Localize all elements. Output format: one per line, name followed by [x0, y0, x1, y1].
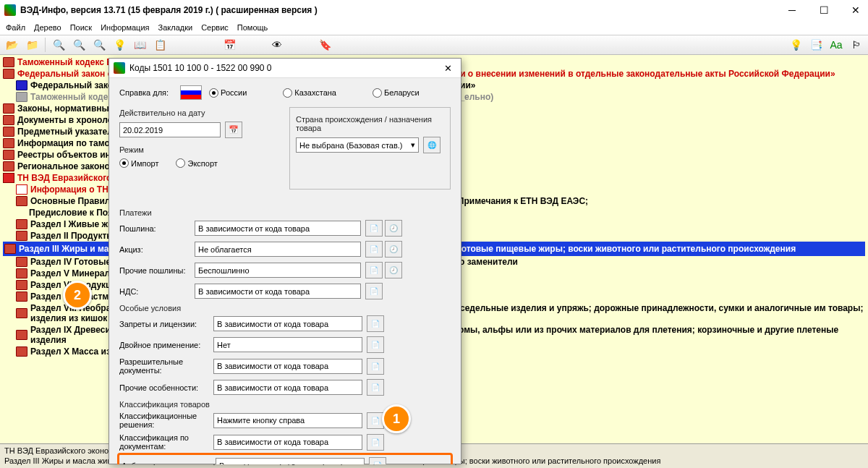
c4-label: Прочие особенности: — [119, 383, 213, 392]
dialog-icon — [114, 62, 125, 74]
vat-value: В зависимости от кода товара — [195, 284, 361, 299]
tool-flag-icon[interactable]: 🏳 — [849, 38, 864, 52]
menu-service[interactable]: Сервис — [201, 23, 229, 32]
tool-list-icon[interactable]: 📋 — [153, 38, 167, 52]
duty-next-button[interactable]: 🕗 — [385, 220, 402, 237]
flag-russia-icon — [180, 85, 202, 100]
annotation-2: 2 — [63, 281, 92, 310]
c1-value: В зависимости от кода товара — [213, 316, 362, 331]
app-icon — [4, 4, 16, 16]
radio-kazakhstan[interactable]: Казахстана — [283, 88, 336, 98]
tool-open-icon[interactable]: 📁 — [25, 38, 39, 52]
arbitration-highlight: Арбитражная практикаВ зависимости от код… — [117, 453, 453, 464]
dialog-close-button[interactable]: ✕ — [439, 61, 456, 75]
calendar-button[interactable]: 📅 — [225, 122, 242, 138]
duty-value: В зависимости от кода товара — [195, 221, 361, 236]
other-duties-label: Прочие пошлины: — [119, 266, 195, 275]
tool-zoom-in-icon[interactable]: 🔍 — [72, 38, 86, 52]
origin-country-label: Страна происхождения / назначения товара — [296, 115, 444, 132]
tool-notes-icon[interactable]: 📑 — [809, 38, 823, 52]
other-next-button[interactable]: 🕗 — [385, 262, 402, 278]
tool-zoom-icon[interactable]: 🔍 — [92, 38, 106, 52]
mode-label: Режим — [119, 145, 281, 154]
window-title: ВЭД-Инфо, версия 13.71 (15 февраля 2019 … — [20, 5, 784, 15]
c2-label: Двойное применение: — [119, 341, 213, 349]
radio-belarus[interactable]: Беларуси — [373, 88, 420, 98]
ref-for-label: Справка для: — [119, 88, 173, 97]
globe-button[interactable]: 🌐 — [423, 137, 441, 153]
payments-title: Платежи — [119, 208, 451, 217]
menu-search[interactable]: Поиск — [70, 23, 92, 32]
conditions-title: Особые условия — [119, 304, 451, 312]
excise-next-button[interactable]: 🕗 — [385, 241, 402, 258]
menu-file[interactable]: Файл — [6, 23, 25, 32]
tool-eye-icon[interactable]: 👁 — [270, 38, 284, 52]
k3-label: Арбитражная практика — [122, 461, 216, 465]
menu-info[interactable]: Информация — [101, 23, 149, 32]
origin-select[interactable]: Не выбрана (Базовая став.)▾ — [296, 137, 419, 153]
maximize-button[interactable]: ☐ — [816, 2, 832, 18]
codes-dialog: Коды 1501 10 100 0 - 1522 00 990 0 ✕ Спр… — [109, 58, 461, 464]
c1-button[interactable]: 📄 — [367, 315, 384, 332]
tool-font-icon[interactable]: Aа — [829, 38, 843, 52]
k2-value: В зависимости от кода товара — [213, 435, 362, 450]
minimize-button[interactable]: ─ — [784, 2, 800, 18]
k3-button[interactable]: 📄 — [369, 457, 386, 464]
k1-value: Нажмите кнопку справа — [213, 413, 362, 428]
vat-label: НДС: — [119, 287, 195, 296]
excise-label: Акциз: — [119, 245, 195, 254]
c3-button[interactable]: 📄 — [367, 358, 384, 375]
tool-bulb-icon[interactable]: 💡 — [788, 38, 803, 52]
tool-book-icon[interactable]: 📖 — [132, 38, 147, 52]
annotation-1: 1 — [382, 404, 411, 433]
vat-info-button[interactable]: 📄 — [365, 283, 383, 299]
tree-item[interactable]: Предметный указатель — [17, 127, 118, 137]
c4-button[interactable]: 📄 — [367, 379, 384, 396]
tool-zoom-out-icon[interactable]: 🔍 — [51, 38, 66, 52]
duty-label: Пошлина: — [119, 224, 195, 233]
c4-value: В зависимости от кода товара — [213, 380, 362, 395]
tool-marker-icon[interactable]: 🔖 — [318, 38, 332, 52]
c2-button[interactable]: 📄 — [367, 336, 384, 353]
tool-tree-icon[interactable]: 📂 — [4, 38, 19, 52]
excise-info-button[interactable]: 📄 — [365, 241, 383, 258]
date-input[interactable]: 20.02.2019 — [119, 122, 221, 137]
c2-value: Нет — [213, 337, 362, 352]
other-info-button[interactable]: 📄 — [365, 262, 383, 278]
tool-calendar-icon[interactable]: 📅 — [222, 38, 237, 52]
radio-export[interactable]: Экспорт — [176, 158, 217, 168]
valid-date-label: Действительно на дату — [119, 109, 281, 117]
radio-russia[interactable]: России — [209, 88, 247, 98]
c3-value: В зависимости от кода товара — [213, 359, 362, 374]
k1-label: Классификационные решения: — [119, 412, 213, 429]
duty-info-button[interactable]: 📄 — [365, 220, 383, 237]
dialog-title: Коды 1501 10 100 0 - 1522 00 990 0 — [129, 63, 439, 73]
menu-help[interactable]: Помощь — [237, 23, 268, 32]
menu-tree[interactable]: Дерево — [34, 23, 61, 32]
close-button[interactable]: ✕ — [848, 2, 864, 18]
excise-value: Не облагается — [195, 242, 361, 257]
k2-label: Классификация по документам: — [119, 433, 213, 451]
radio-import[interactable]: Импорт — [119, 158, 158, 168]
k2-button[interactable]: 📄 — [367, 434, 384, 451]
c3-label: Разрешительные документы: — [119, 357, 213, 375]
k3-value: В зависимости от кода товара — [216, 458, 365, 464]
menu-bookmarks[interactable]: Закладки — [158, 23, 193, 32]
other-duties-value: Беспошлинно — [195, 263, 361, 278]
tool-light-icon[interactable]: 💡 — [112, 38, 127, 52]
c1-label: Запреты и лицензии: — [119, 320, 213, 328]
